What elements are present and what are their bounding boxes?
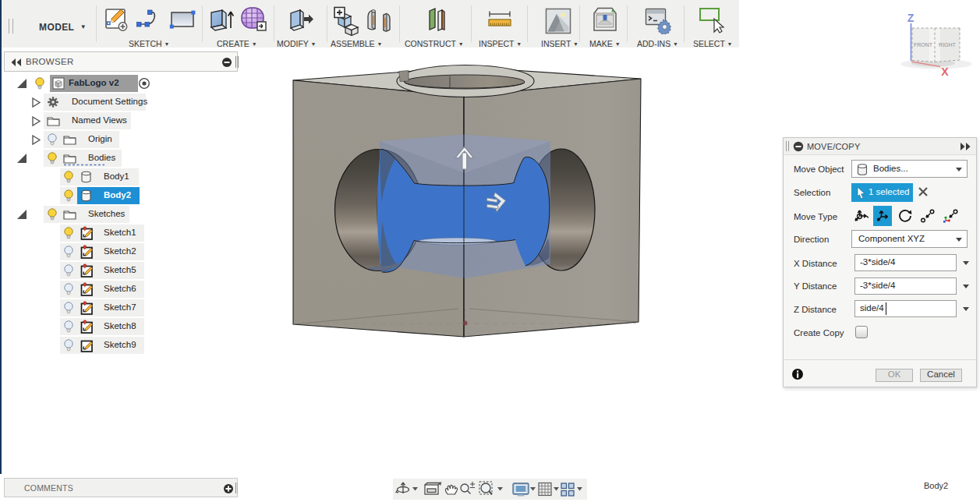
svg-text:RIGHT: RIGHT <box>939 42 957 48</box>
svg-text:X: X <box>941 65 949 78</box>
svg-text:FRONT: FRONT <box>914 42 933 48</box>
svg-text:Z: Z <box>907 12 915 24</box>
